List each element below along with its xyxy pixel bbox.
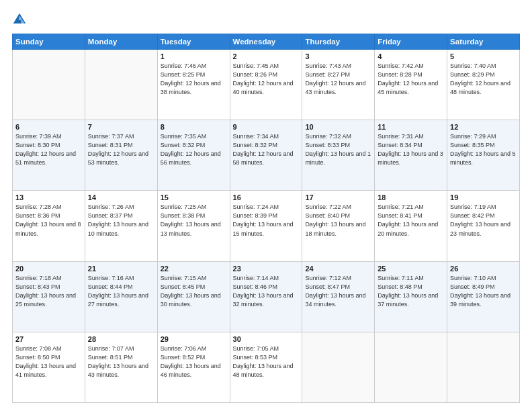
cell-details: Sunrise: 7:26 AMSunset: 8:37 PMDaylight:…: [88, 203, 154, 238]
day-number: 7: [88, 123, 154, 131]
calendar-cell: 6Sunrise: 7:39 AMSunset: 8:30 PMDaylight…: [13, 120, 85, 191]
calendar-cell: [375, 332, 447, 402]
day-number: 9: [233, 123, 300, 131]
day-number: 18: [378, 193, 444, 201]
calendar-page: SundayMondayTuesdayWednesdayThursdayFrid…: [0, 0, 532, 411]
cell-details: Sunrise: 7:15 AMSunset: 8:45 PMDaylight:…: [161, 274, 227, 309]
day-number: 11: [378, 123, 444, 131]
cell-details: Sunrise: 7:08 AMSunset: 8:50 PMDaylight:…: [15, 345, 82, 379]
calendar-cell: 5Sunrise: 7:40 AMSunset: 8:29 PMDaylight…: [447, 50, 520, 120]
calendar-cell: 12Sunrise: 7:29 AMSunset: 8:35 PMDayligh…: [447, 120, 520, 191]
cell-details: Sunrise: 7:39 AMSunset: 8:30 PMDaylight:…: [15, 132, 82, 167]
calendar-cell: 30Sunrise: 7:05 AMSunset: 8:53 PMDayligh…: [230, 332, 302, 402]
calendar-week-row: 6Sunrise: 7:39 AMSunset: 8:30 PMDaylight…: [13, 120, 520, 191]
day-number: 28: [88, 335, 154, 343]
calendar-cell: [13, 50, 85, 120]
day-number: 29: [161, 335, 227, 343]
logo: [12, 12, 30, 27]
cell-details: Sunrise: 7:12 AMSunset: 8:47 PMDaylight:…: [305, 274, 371, 309]
calendar-cell: [85, 50, 157, 120]
calendar-cell: 23Sunrise: 7:14 AMSunset: 8:46 PMDayligh…: [230, 261, 302, 332]
day-number: 17: [305, 193, 371, 201]
calendar-week-row: 1Sunrise: 7:46 AMSunset: 8:25 PMDaylight…: [13, 50, 520, 120]
calendar-day-header: Sunday: [13, 34, 85, 50]
day-number: 14: [88, 193, 154, 201]
day-number: 22: [161, 265, 227, 273]
svg-rect-2: [17, 20, 21, 24]
calendar-cell: 16Sunrise: 7:24 AMSunset: 8:39 PMDayligh…: [230, 191, 302, 261]
day-number: 27: [15, 335, 82, 343]
cell-details: Sunrise: 7:21 AMSunset: 8:41 PMDaylight:…: [378, 203, 444, 238]
calendar-cell: 14Sunrise: 7:26 AMSunset: 8:37 PMDayligh…: [85, 191, 157, 261]
cell-details: Sunrise: 7:11 AMSunset: 8:48 PMDaylight:…: [378, 274, 444, 309]
calendar-cell: 3Sunrise: 7:43 AMSunset: 8:27 PMDaylight…: [302, 50, 375, 120]
logo-icon: [12, 12, 27, 27]
calendar-cell: 27Sunrise: 7:08 AMSunset: 8:50 PMDayligh…: [13, 332, 85, 402]
calendar-cell: 1Sunrise: 7:46 AMSunset: 8:25 PMDaylight…: [157, 50, 230, 120]
day-number: 5: [450, 52, 517, 60]
cell-details: Sunrise: 7:40 AMSunset: 8:29 PMDaylight:…: [450, 62, 517, 97]
day-number: 10: [305, 123, 371, 131]
calendar-week-row: 20Sunrise: 7:18 AMSunset: 8:43 PMDayligh…: [13, 261, 520, 332]
calendar-day-header: Friday: [375, 34, 447, 50]
day-number: 25: [378, 265, 444, 273]
cell-details: Sunrise: 7:45 AMSunset: 8:26 PMDaylight:…: [233, 62, 300, 97]
calendar-cell: 18Sunrise: 7:21 AMSunset: 8:41 PMDayligh…: [375, 191, 447, 261]
day-number: 2: [233, 52, 300, 60]
day-number: 8: [161, 123, 227, 131]
cell-details: Sunrise: 7:35 AMSunset: 8:32 PMDaylight:…: [161, 132, 227, 167]
calendar-day-header: Wednesday: [230, 34, 302, 50]
cell-details: Sunrise: 7:24 AMSunset: 8:39 PMDaylight:…: [233, 203, 300, 238]
cell-details: Sunrise: 7:28 AMSunset: 8:36 PMDaylight:…: [15, 203, 82, 238]
cell-details: Sunrise: 7:43 AMSunset: 8:27 PMDaylight:…: [305, 62, 371, 97]
calendar-cell: 25Sunrise: 7:11 AMSunset: 8:48 PMDayligh…: [375, 261, 447, 332]
calendar-table: SundayMondayTuesdayWednesdayThursdayFrid…: [12, 34, 520, 403]
cell-details: Sunrise: 7:46 AMSunset: 8:25 PMDaylight:…: [161, 62, 227, 97]
calendar-day-header: Thursday: [302, 34, 375, 50]
calendar-cell: 2Sunrise: 7:45 AMSunset: 8:26 PMDaylight…: [230, 50, 302, 120]
cell-details: Sunrise: 7:37 AMSunset: 8:31 PMDaylight:…: [88, 132, 154, 167]
calendar-cell: 24Sunrise: 7:12 AMSunset: 8:47 PMDayligh…: [302, 261, 375, 332]
day-number: 20: [15, 265, 82, 273]
cell-details: Sunrise: 7:42 AMSunset: 8:28 PMDaylight:…: [378, 62, 444, 97]
calendar-day-header: Monday: [85, 34, 157, 50]
cell-details: Sunrise: 7:05 AMSunset: 8:53 PMDaylight:…: [233, 345, 300, 379]
calendar-cell: 21Sunrise: 7:16 AMSunset: 8:44 PMDayligh…: [85, 261, 157, 332]
header: [12, 12, 520, 27]
cell-details: Sunrise: 7:18 AMSunset: 8:43 PMDaylight:…: [15, 274, 82, 309]
calendar-cell: 22Sunrise: 7:15 AMSunset: 8:45 PMDayligh…: [157, 261, 230, 332]
cell-details: Sunrise: 7:16 AMSunset: 8:44 PMDaylight:…: [88, 274, 154, 309]
day-number: 6: [15, 123, 82, 131]
cell-details: Sunrise: 7:22 AMSunset: 8:40 PMDaylight:…: [305, 203, 371, 238]
day-number: 16: [233, 193, 300, 201]
cell-details: Sunrise: 7:34 AMSunset: 8:32 PMDaylight:…: [233, 132, 300, 167]
cell-details: Sunrise: 7:14 AMSunset: 8:46 PMDaylight:…: [233, 274, 300, 309]
calendar-day-header: Saturday: [447, 34, 520, 50]
day-number: 26: [450, 265, 517, 273]
cell-details: Sunrise: 7:29 AMSunset: 8:35 PMDaylight:…: [450, 132, 517, 167]
calendar-cell: 28Sunrise: 7:07 AMSunset: 8:51 PMDayligh…: [85, 332, 157, 402]
calendar-cell: 7Sunrise: 7:37 AMSunset: 8:31 PMDaylight…: [85, 120, 157, 191]
day-number: 21: [88, 265, 154, 273]
calendar-cell: 8Sunrise: 7:35 AMSunset: 8:32 PMDaylight…: [157, 120, 230, 191]
day-number: 4: [378, 52, 444, 60]
calendar-cell: [302, 332, 375, 402]
day-number: 30: [233, 335, 300, 343]
calendar-cell: 26Sunrise: 7:10 AMSunset: 8:49 PMDayligh…: [447, 261, 520, 332]
calendar-day-header: Tuesday: [157, 34, 230, 50]
calendar-week-row: 13Sunrise: 7:28 AMSunset: 8:36 PMDayligh…: [13, 191, 520, 261]
cell-details: Sunrise: 7:19 AMSunset: 8:42 PMDaylight:…: [450, 203, 517, 238]
cell-details: Sunrise: 7:10 AMSunset: 8:49 PMDaylight:…: [450, 274, 517, 309]
calendar-cell: [447, 332, 520, 402]
calendar-cell: 11Sunrise: 7:31 AMSunset: 8:34 PMDayligh…: [375, 120, 447, 191]
cell-details: Sunrise: 7:07 AMSunset: 8:51 PMDaylight:…: [88, 345, 154, 379]
calendar-cell: 19Sunrise: 7:19 AMSunset: 8:42 PMDayligh…: [447, 191, 520, 261]
calendar-week-row: 27Sunrise: 7:08 AMSunset: 8:50 PMDayligh…: [13, 332, 520, 402]
day-number: 12: [450, 123, 517, 131]
day-number: 19: [450, 193, 517, 201]
calendar-cell: 4Sunrise: 7:42 AMSunset: 8:28 PMDaylight…: [375, 50, 447, 120]
calendar-cell: 17Sunrise: 7:22 AMSunset: 8:40 PMDayligh…: [302, 191, 375, 261]
day-number: 13: [15, 193, 82, 201]
cell-details: Sunrise: 7:06 AMSunset: 8:52 PMDaylight:…: [161, 345, 227, 379]
cell-details: Sunrise: 7:25 AMSunset: 8:38 PMDaylight:…: [161, 203, 227, 238]
